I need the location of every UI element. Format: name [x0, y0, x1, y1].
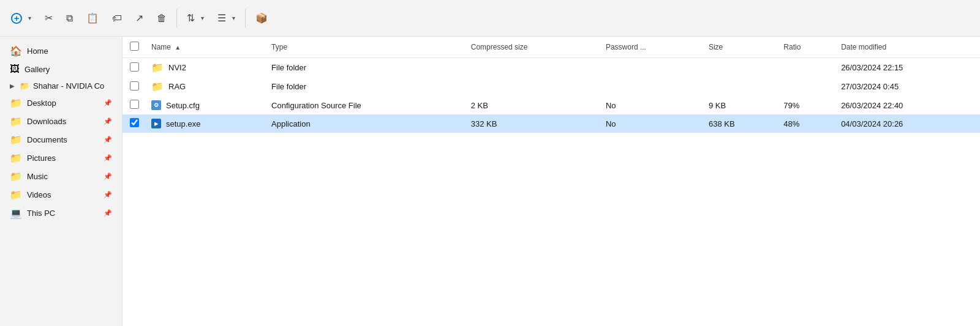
header-date-modified[interactable]: Date modified [835, 37, 980, 58]
share-button[interactable]: ↗ [129, 6, 149, 31]
table-header-row: Name ▲ Type Compressed size Password ...… [123, 37, 980, 58]
sidebar-item-desktop[interactable]: 📁 Desktop 📌 [2, 94, 119, 112]
share-icon: ↗ [135, 12, 143, 24]
nvidia-folder-icon: 📁 [20, 81, 29, 91]
toolbar: + ▾ ✂ ⧉ 📋 🏷 ↗ 🗑 ⇅ ▾ ☰ ▾ 📦 [0, 0, 980, 37]
main-area: 🏠 Home 🖼 Gallery ▶ 📁 Shahar - NVIDIA Co … [0, 37, 980, 326]
table-row[interactable]: 📁NVI2File folder26/03/2024 22:15 [123, 58, 980, 78]
row-type-cell: File folder [265, 58, 465, 78]
sidebar-item-music[interactable]: 📁 Music 📌 [2, 168, 119, 185]
row-date-modified-cell: 26/03/2024 22:40 [835, 96, 980, 114]
row-checkbox-cell [123, 114, 145, 133]
delete-icon: 🗑 [157, 13, 167, 24]
row-date-modified-cell: 04/03/2024 20:26 [835, 114, 980, 133]
row-size-cell: 9 KB [703, 96, 777, 114]
row-compressed-size-cell: 332 KB [465, 114, 600, 133]
desktop-pin-icon: 📌 [104, 99, 112, 107]
header-checkbox-cell [123, 37, 145, 58]
header-compressed-size[interactable]: Compressed size [465, 37, 600, 58]
row-compressed-size-cell [465, 58, 600, 78]
file-name-text: RAG [168, 82, 186, 91]
file-name-text: NVI2 [168, 63, 186, 72]
copy-icon: ⧉ [66, 13, 73, 24]
documents-folder-icon: 📁 [10, 134, 22, 146]
row-compressed-size-cell [465, 77, 600, 96]
new-chevron-icon: ▾ [28, 15, 31, 21]
sidebar-item-nvidia[interactable]: ▶ 📁 Shahar - NVIDIA Co [2, 78, 119, 94]
header-name[interactable]: Name ▲ [145, 37, 265, 58]
copy-button[interactable]: ⧉ [60, 6, 79, 31]
sidebar-item-gallery[interactable]: 🖼 Gallery [2, 61, 119, 78]
desktop-folder-icon: 📁 [10, 97, 22, 109]
row-ratio-cell: 48% [777, 114, 835, 133]
file-table: Name ▲ Type Compressed size Password ...… [123, 37, 980, 133]
table-row[interactable]: ▶setup.exeApplication332 KBNo638 KB48%04… [123, 114, 980, 133]
row-checkbox-cell [123, 77, 145, 96]
sidebar-item-downloads[interactable]: 📁 Downloads 📌 [2, 113, 119, 130]
cut-button[interactable]: ✂ [39, 6, 59, 31]
folder-icon: 📁 [151, 81, 164, 92]
name-sort-icon: ▲ [175, 44, 181, 51]
sidebar-item-videos-label: Videos [27, 190, 51, 199]
sidebar: 🏠 Home 🖼 Gallery ▶ 📁 Shahar - NVIDIA Co … [0, 37, 123, 326]
row-size-cell: 638 KB [703, 114, 777, 133]
sidebar-item-home[interactable]: 🏠 Home [2, 42, 119, 60]
sidebar-item-pictures[interactable]: 📁 Pictures 📌 [2, 149, 119, 167]
gallery-icon: 🖼 [10, 64, 20, 75]
sidebar-item-thispc[interactable]: 💻 This PC 📌 [2, 204, 119, 222]
more-button[interactable] [278, 6, 290, 31]
row-type-cell: File folder [265, 77, 465, 96]
sidebar-item-documents-label: Documents [27, 135, 67, 144]
new-icon: + [11, 13, 22, 24]
row-name-cell: ⚙Setup.cfg [145, 96, 265, 114]
rename-button[interactable]: 🏷 [106, 6, 128, 31]
sidebar-item-videos[interactable]: 📁 Videos 📌 [2, 186, 119, 204]
sidebar-item-nvidia-label: Shahar - NVIDIA Co [33, 81, 104, 91]
paste-button[interactable]: 📋 [80, 6, 105, 31]
header-ratio[interactable]: Ratio [777, 37, 835, 58]
rename-icon: 🏷 [112, 13, 122, 24]
row-checkbox-cell [123, 58, 145, 78]
row-password-cell [600, 77, 703, 96]
header-type[interactable]: Type [265, 37, 465, 58]
row-select-checkbox[interactable] [130, 100, 139, 109]
sidebar-item-gallery-label: Gallery [24, 65, 50, 74]
row-password-cell: No [600, 114, 703, 133]
row-checkbox-cell [123, 96, 145, 114]
row-select-checkbox[interactable] [130, 81, 139, 91]
row-name-cell: 📁RAG [145, 77, 265, 96]
row-ratio-cell: 79% [777, 96, 835, 114]
sidebar-item-downloads-label: Downloads [27, 117, 66, 126]
select-all-checkbox[interactable] [130, 42, 139, 51]
extract-all-button[interactable]: 📦 [249, 6, 277, 31]
file-area: Name ▲ Type Compressed size Password ...… [123, 37, 980, 326]
new-button[interactable]: + ▾ [5, 6, 37, 31]
table-row[interactable]: ⚙Setup.cfgConfiguration Source File2 KBN… [123, 96, 980, 114]
thispc-icon: 💻 [10, 207, 22, 219]
header-password[interactable]: Password ... [600, 37, 703, 58]
sidebar-item-documents[interactable]: 📁 Documents 📌 [2, 131, 119, 149]
row-select-checkbox[interactable] [130, 62, 139, 72]
paste-icon: 📋 [86, 12, 99, 24]
downloads-folder-icon: 📁 [10, 116, 22, 127]
header-size[interactable]: Size [703, 37, 777, 58]
table-row[interactable]: 📁RAGFile folder27/03/2024 0:45 [123, 77, 980, 96]
sort-icon: ⇅ [187, 12, 195, 24]
extract-icon: 📦 [255, 12, 268, 24]
videos-pin-icon: 📌 [104, 191, 112, 199]
view-button[interactable]: ☰ ▾ [211, 6, 241, 31]
sort-chevron-icon: ▾ [201, 15, 204, 21]
videos-folder-icon: 📁 [10, 189, 22, 201]
row-type-cell: Application [265, 114, 465, 133]
row-ratio-cell [777, 77, 835, 96]
sort-button[interactable]: ⇅ ▾ [181, 6, 210, 31]
folder-icon: 📁 [151, 62, 164, 73]
sidebar-item-home-label: Home [27, 46, 48, 56]
row-date-modified-cell: 27/03/2024 0:45 [835, 77, 980, 96]
thispc-pin-icon: 📌 [104, 209, 112, 217]
delete-button[interactable]: 🗑 [151, 6, 173, 31]
row-size-cell [703, 58, 777, 78]
row-select-checkbox[interactable] [130, 118, 139, 127]
cut-icon: ✂ [45, 12, 53, 24]
row-password-cell: No [600, 96, 703, 114]
